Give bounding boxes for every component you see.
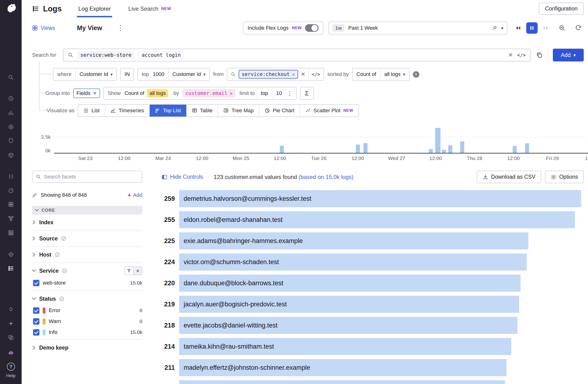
nav-profiling-icon[interactable] <box>8 307 14 313</box>
nav-workflows-icon[interactable] <box>8 334 14 341</box>
facet-host[interactable]: Host <box>32 249 142 260</box>
nav-search-icon[interactable] <box>8 74 14 80</box>
nav-processes-icon[interactable] <box>8 173 14 180</box>
viz-option-pie-chart[interactable]: Pie Chart <box>259 105 300 116</box>
viz-option-timeseries[interactable]: Timeseries <box>105 105 149 116</box>
nav-service-map-icon[interactable] <box>8 215 14 222</box>
nav-infrastructure-icon[interactable] <box>8 152 14 158</box>
checkbox-checked[interactable] <box>33 280 40 286</box>
hide-controls-button[interactable]: Hide Controls <box>162 174 203 180</box>
view-menu-kebab[interactable]: ⋮ <box>117 24 124 32</box>
toplist-bar[interactable]: dane.dubuque@block-barrows.test <box>179 275 521 292</box>
from-search-box[interactable]: service:checkout ✕ ✕ </> <box>227 68 324 81</box>
code-view-icon[interactable]: </> <box>312 71 320 77</box>
search-token[interactable]: service:web-store <box>78 51 134 59</box>
remove-token-icon[interactable]: ✕ <box>292 71 295 77</box>
search-token[interactable]: account login <box>139 51 184 59</box>
toplist-bar[interactable]: madelyn.effertz@johnston-schinner.exampl… <box>179 359 506 376</box>
facet-value-row[interactable]: Info 15.0k <box>32 327 142 337</box>
nav-metrics-icon[interactable] <box>8 110 14 116</box>
clear-search-icon[interactable]: ✕ <box>508 52 513 58</box>
top-field-dropdown[interactable]: Customer Id ▾ <box>169 68 209 80</box>
nav-history-icon[interactable] <box>8 96 14 102</box>
show-target[interactable]: all logs <box>146 87 172 99</box>
summary-note-link[interactable]: (based on 15.0k logs) <box>299 174 354 180</box>
remove-token-icon[interactable]: ✕ <box>230 90 232 96</box>
timeline-bar[interactable] <box>356 145 360 153</box>
pencil-icon[interactable] <box>32 192 37 198</box>
copy-icon[interactable] <box>534 50 545 60</box>
sorted-fn[interactable]: Count of <box>353 68 380 80</box>
chevron-down-icon[interactable]: ▾ <box>501 25 504 31</box>
pause-button[interactable] <box>526 22 538 34</box>
facet-source[interactable]: Source <box>32 233 142 244</box>
facet-demo-keep[interactable]: Demo keep <box>32 342 142 353</box>
checkbox-checked[interactable] <box>33 307 40 314</box>
timeline-bar[interactable] <box>435 128 441 153</box>
toplist-bar[interactable]: donnie.wundt@nolan-beyer.example <box>179 380 505 384</box>
nav-watchdog-icon[interactable] <box>8 124 14 130</box>
remove-clause-icon[interactable]: ✕ <box>413 71 419 77</box>
checkbox-checked[interactable] <box>33 329 40 336</box>
timeline-bar[interactable] <box>442 150 446 153</box>
limit-value[interactable]: 10 <box>272 87 286 99</box>
pin-icon[interactable] <box>492 25 497 31</box>
sorted-target-dropdown[interactable]: all logs ▾ <box>380 68 409 80</box>
clear-icon[interactable]: ✕ <box>301 71 306 77</box>
toplist-bar[interactable]: demetrius.halvorson@cummings-kessler.tes… <box>179 190 581 207</box>
flex-logs-toggle[interactable] <box>305 24 319 32</box>
show-fn[interactable]: Count of <box>125 87 146 99</box>
nav-containers-icon[interactable] <box>8 230 14 236</box>
from-token[interactable]: service:checkout ✕ <box>239 70 298 78</box>
toplist-bar[interactable]: eldon.robel@emard-shanahan.test <box>179 211 575 228</box>
toplist-bar[interactable]: evette.jacobs@daniel-witting.test <box>179 317 517 334</box>
facet-value-row[interactable]: Error 0 <box>32 306 142 315</box>
facet-group-core[interactable]: CORE <box>32 206 142 214</box>
facet-index[interactable]: Index <box>32 217 142 228</box>
facet-value-row[interactable]: web-store 15.0k <box>32 278 142 288</box>
tab-log-explorer[interactable]: Log Explorer <box>77 0 112 17</box>
group-options-kebab[interactable]: ⋮ <box>287 90 293 96</box>
nav-security-icon[interactable] <box>8 138 14 144</box>
timeline-bar[interactable] <box>363 143 368 153</box>
where-field-dropdown[interactable]: Customer Id ▾ <box>76 68 116 80</box>
toplist-bar[interactable]: tameika.kihn@rau-smitham.test <box>179 338 511 355</box>
timeline-bar[interactable] <box>448 145 452 153</box>
nav-assistant-icon[interactable] <box>8 320 14 326</box>
viz-option-top-list[interactable]: Top List <box>149 105 186 116</box>
facet-value-row[interactable]: Warn 0 <box>32 317 142 326</box>
remove-token-icon[interactable]: ✕ <box>93 90 97 96</box>
rewind-button[interactable] <box>512 22 524 34</box>
timeline-plot[interactable]: 2.5k 0k <box>54 125 588 154</box>
nav-logs-icon[interactable] <box>8 265 14 271</box>
group-token[interactable]: Fields ✕ <box>73 89 100 98</box>
download-csv-button[interactable]: Download as CSV <box>477 171 541 183</box>
log-search-input[interactable]: service:web-store account login ✕ </> <box>63 49 531 61</box>
nav-help[interactable]: ? Help <box>0 363 22 378</box>
top-value[interactable]: 1000 <box>153 68 168 80</box>
add-button[interactable]: Add ▾ <box>553 49 584 61</box>
options-button[interactable]: Options <box>545 171 584 183</box>
views-button[interactable]: Views <box>32 25 55 31</box>
timeline-bar[interactable] <box>280 146 284 153</box>
fast-forward-button[interactable] <box>540 22 551 34</box>
tab-live-search[interactable]: Live Search NEW <box>127 0 172 17</box>
nav-synthetics-icon[interactable] <box>8 251 14 257</box>
by-token[interactable]: customer.email ✕ <box>183 89 235 97</box>
toplist-bar[interactable]: victor.orn@schumm-schaden.test <box>179 253 527 270</box>
viz-option-tree-map[interactable]: Tree Map <box>218 105 259 116</box>
limit-dir[interactable]: top <box>257 87 272 99</box>
facet-status[interactable]: Status <box>32 293 142 304</box>
toplist-bar[interactable]: jacalyn.auer@bogisich-predovic.test <box>179 296 519 313</box>
facet-search-input[interactable] <box>44 174 139 180</box>
viz-option-scatter-plot[interactable]: Scatter Plot NEW <box>300 105 358 116</box>
code-view-icon[interactable]: </> <box>517 52 526 58</box>
zoom-out-icon[interactable] <box>557 22 567 34</box>
timeline-bar[interactable] <box>429 149 433 153</box>
clear-filter-icon[interactable]: ✕ <box>133 267 142 275</box>
refresh-icon[interactable] <box>573 22 584 34</box>
timeline-bar[interactable] <box>513 146 517 153</box>
configuration-button[interactable]: Configuration <box>539 3 584 15</box>
toplist-bar[interactable]: exie.adams@bahringer-hammes.example <box>179 232 528 250</box>
aggregate-sigma-button[interactable]: Σ <box>300 87 314 100</box>
